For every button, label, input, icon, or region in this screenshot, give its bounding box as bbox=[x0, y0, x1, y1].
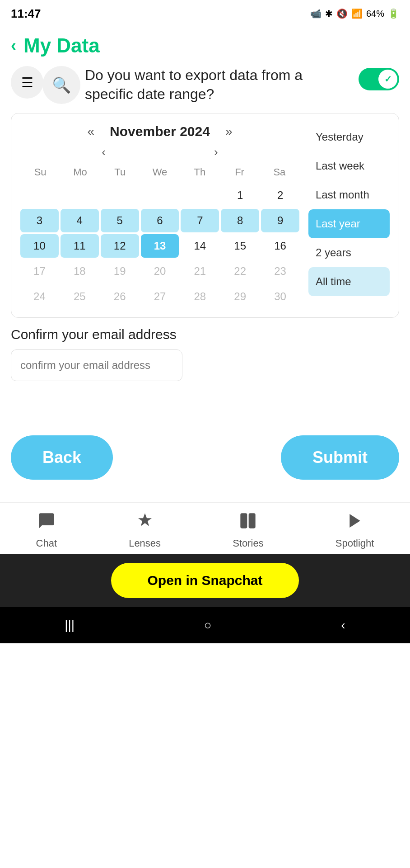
cal-cell-7[interactable]: 7 bbox=[181, 209, 219, 232]
cal-cell-25[interactable]: 25 bbox=[61, 285, 99, 308]
submit-button[interactable]: Submit bbox=[281, 435, 399, 480]
bottom-navigation: Chat Lenses Stories Spotlight bbox=[0, 502, 410, 554]
email-section: Confirm your email address bbox=[0, 327, 410, 381]
nav-label-stories: Stories bbox=[233, 538, 263, 549]
nav-item-lenses[interactable]: Lenses bbox=[129, 512, 161, 549]
cal-cell-23[interactable]: 23 bbox=[261, 259, 299, 283]
signal-icon: 📶 bbox=[351, 8, 363, 19]
cal-cell-1[interactable]: 1 bbox=[221, 184, 259, 207]
calendar-day-headers: Su Mo Tu We Th Fr Sa bbox=[20, 165, 299, 180]
cal-cell-28[interactable]: 28 bbox=[181, 285, 219, 308]
lenses-icon bbox=[136, 512, 154, 534]
back-navigation-icon[interactable]: ‹ bbox=[11, 36, 16, 55]
dropdown-last-month[interactable]: Last month bbox=[308, 180, 390, 209]
nav-item-stories[interactable]: Stories bbox=[233, 512, 263, 549]
day-header-su: Su bbox=[20, 165, 60, 180]
status-icons: 📹 ✱ 🔇 📶 64% 🔋 bbox=[310, 8, 399, 19]
battery-percent: 64% bbox=[366, 9, 384, 19]
menu-button[interactable]: ☰ bbox=[11, 66, 43, 99]
android-home-icon[interactable]: ○ bbox=[204, 618, 212, 632]
email-input[interactable] bbox=[11, 349, 182, 381]
day-header-sa: Sa bbox=[260, 165, 299, 180]
cal-cell-13[interactable]: 13 bbox=[141, 234, 179, 258]
cal-cell-empty bbox=[141, 184, 179, 207]
chat-icon bbox=[37, 512, 56, 534]
dropdown-last-year[interactable]: Last year bbox=[308, 209, 390, 238]
cal-cell-14[interactable]: 14 bbox=[181, 234, 219, 258]
dropdown-2-years[interactable]: 2 years bbox=[308, 238, 390, 267]
cal-cell-19[interactable]: 19 bbox=[101, 259, 139, 283]
cal-cell-26[interactable]: 26 bbox=[101, 285, 139, 308]
page-title: My Data bbox=[23, 34, 100, 57]
cal-cell-empty bbox=[101, 184, 139, 207]
prev-year-button[interactable]: « bbox=[83, 123, 99, 141]
cal-cell-29[interactable]: 29 bbox=[221, 285, 259, 308]
cal-cell-6[interactable]: 6 bbox=[141, 209, 179, 232]
export-toggle[interactable]: ✓ bbox=[359, 68, 399, 90]
nav-label-lenses: Lenses bbox=[129, 538, 161, 549]
day-header-th: Th bbox=[180, 165, 219, 180]
search-button[interactable]: 🔍 bbox=[42, 66, 80, 104]
nav-label-spotlight: Spotlight bbox=[335, 538, 374, 549]
nav-label-chat: Chat bbox=[36, 538, 57, 549]
cal-cell-12[interactable]: 12 bbox=[101, 234, 139, 258]
cal-cell-8[interactable]: 8 bbox=[221, 209, 259, 232]
cal-cell-11[interactable]: 11 bbox=[61, 234, 99, 258]
cal-cell-27[interactable]: 27 bbox=[141, 285, 179, 308]
cal-cell-17[interactable]: 17 bbox=[20, 259, 59, 283]
toggle-check-icon: ✓ bbox=[384, 74, 392, 85]
email-label: Confirm your email address bbox=[11, 327, 399, 342]
day-header-fr: Fr bbox=[219, 165, 259, 180]
cal-cell-30[interactable]: 30 bbox=[261, 285, 299, 308]
day-header-tu: Tu bbox=[100, 165, 140, 180]
nav-item-spotlight[interactable]: Spotlight bbox=[335, 512, 374, 549]
cal-cell-empty bbox=[61, 184, 99, 207]
calendar-section: « November 2024 » ‹ › Su Mo Tu We Th Fr … bbox=[11, 113, 399, 318]
dropdown-last-week[interactable]: Last week bbox=[308, 151, 390, 180]
cal-cell-18[interactable]: 18 bbox=[61, 259, 99, 283]
cal-cell-21[interactable]: 21 bbox=[181, 259, 219, 283]
dropdown-yesterday[interactable]: Yesterday bbox=[308, 123, 390, 151]
calendar: « November 2024 » ‹ › Su Mo Tu We Th Fr … bbox=[20, 123, 299, 308]
status-bar: 11:47 📹 ✱ 🔇 📶 64% 🔋 bbox=[0, 0, 410, 27]
cal-cell-empty bbox=[181, 184, 219, 207]
day-header-mo: Mo bbox=[60, 165, 100, 180]
camera-icon: 📹 bbox=[310, 8, 321, 19]
cal-cell-3[interactable]: 3 bbox=[20, 209, 59, 232]
open-snapchat-button[interactable]: Open in Snapchat bbox=[111, 563, 298, 598]
cal-cell-5[interactable]: 5 bbox=[101, 209, 139, 232]
cal-cell-9[interactable]: 9 bbox=[261, 209, 299, 232]
cal-cell-22[interactable]: 22 bbox=[221, 259, 259, 283]
battery-icon: 🔋 bbox=[388, 8, 399, 19]
cal-cell-16[interactable]: 16 bbox=[261, 234, 299, 258]
cal-cell-24[interactable]: 24 bbox=[20, 285, 59, 308]
android-back-icon[interactable]: ‹ bbox=[341, 618, 345, 632]
mute-icon: 🔇 bbox=[336, 8, 348, 19]
date-range-dropdown: Yesterday Last week Last month Last year… bbox=[308, 123, 390, 308]
cal-cell-4[interactable]: 4 bbox=[61, 209, 99, 232]
next-year-button[interactable]: » bbox=[221, 123, 237, 141]
cal-cell-15[interactable]: 15 bbox=[221, 234, 259, 258]
prev-month-button[interactable]: ‹ bbox=[102, 145, 106, 159]
action-buttons: Back Submit bbox=[0, 417, 410, 498]
bluetooth-icon: ✱ bbox=[325, 8, 333, 19]
calendar-month-year: November 2024 bbox=[110, 124, 210, 139]
android-recents-icon[interactable]: ||| bbox=[65, 618, 75, 632]
cal-cell-10[interactable]: 10 bbox=[20, 234, 59, 258]
cal-cell-20[interactable]: 20 bbox=[141, 259, 179, 283]
dropdown-all-time[interactable]: All time bbox=[308, 267, 390, 296]
next-month-button[interactable]: › bbox=[214, 145, 218, 159]
spotlight-icon bbox=[346, 512, 364, 534]
day-header-we: We bbox=[140, 165, 180, 180]
open-snapchat-bar: Open in Snapchat bbox=[0, 554, 410, 607]
android-navigation-bar: ||| ○ ‹ bbox=[0, 607, 410, 643]
svg-rect-1 bbox=[249, 513, 256, 528]
cal-cell-2[interactable]: 2 bbox=[261, 184, 299, 207]
header: ‹ My Data bbox=[0, 27, 410, 61]
svg-rect-0 bbox=[241, 513, 247, 528]
export-section: ☰ 🔍 Do you want to export data from a sp… bbox=[0, 66, 410, 104]
back-button[interactable]: Back bbox=[11, 435, 113, 480]
nav-item-chat[interactable]: Chat bbox=[36, 512, 57, 549]
status-time: 11:47 bbox=[11, 7, 41, 21]
calendar-grid: 1 2 3 4 5 6 7 8 9 10 11 12 13 14 15 16 1… bbox=[20, 184, 299, 308]
